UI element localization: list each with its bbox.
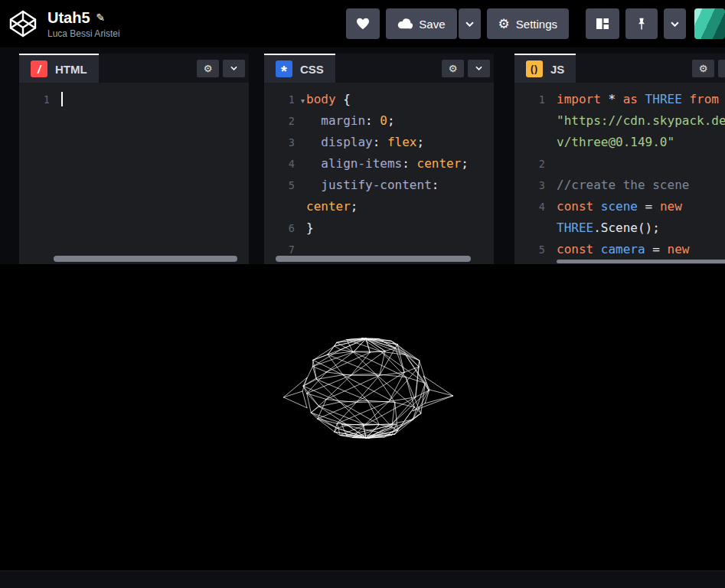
codepen-logo[interactable] bbox=[8, 8, 38, 39]
pin-button[interactable] bbox=[625, 8, 658, 39]
js-collapse-button[interactable] bbox=[718, 60, 725, 77]
js-lang-icon: () bbox=[526, 60, 543, 77]
js-code[interactable]: 1import * as THREE from"https://cdn.skyp… bbox=[514, 83, 725, 264]
html-panel-label: HTML bbox=[55, 63, 87, 76]
like-button[interactable] bbox=[346, 8, 380, 39]
layout-grid-icon bbox=[596, 18, 609, 30]
html-editor-panel: / HTML ⚙ 1 bbox=[19, 54, 249, 264]
css-panel-actions: ⚙ bbox=[442, 54, 494, 83]
css-code[interactable]: 1▾body {2 margin: 0;3 display: flex;4 al… bbox=[264, 83, 494, 264]
change-view-button[interactable] bbox=[586, 8, 619, 39]
footer-bar bbox=[0, 570, 725, 588]
html-panel-header: / HTML ⚙ bbox=[19, 54, 249, 83]
pin-icon bbox=[635, 18, 648, 31]
js-panel-actions: ⚙ bbox=[692, 54, 725, 83]
js-gear-button[interactable]: ⚙ bbox=[692, 60, 714, 77]
avatar[interactable] bbox=[694, 8, 725, 39]
gear-icon: ⚙ bbox=[699, 63, 708, 74]
html-panel-actions: ⚙ bbox=[197, 54, 249, 83]
css-editor-panel: * CSS ⚙ 1▾body {2 margin: 0;3 display: f… bbox=[264, 54, 494, 264]
css-collapse-button[interactable] bbox=[468, 60, 490, 77]
chevron-down-icon bbox=[475, 66, 482, 70]
save-button[interactable]: Save bbox=[386, 8, 456, 39]
edit-pencil-icon[interactable]: ✎ bbox=[96, 11, 106, 24]
css-hscrollbar[interactable] bbox=[276, 256, 471, 262]
gear-icon: ⚙ bbox=[449, 63, 458, 74]
js-editor-panel: () JS ⚙ 1import * as THREE from"https://… bbox=[514, 54, 725, 264]
js-panel-label: JS bbox=[550, 63, 564, 76]
gear-icon: ⚙ bbox=[498, 18, 510, 31]
settings-label: Settings bbox=[516, 18, 557, 31]
tab-css[interactable]: * CSS bbox=[264, 54, 335, 83]
tab-js[interactable]: () JS bbox=[514, 54, 576, 83]
editor-row: / HTML ⚙ 1 * CSS ⚙ bbox=[0, 47, 725, 264]
tab-html[interactable]: / HTML bbox=[19, 54, 99, 83]
preview-pane bbox=[0, 270, 725, 570]
heart-icon bbox=[356, 18, 370, 30]
save-label: Save bbox=[419, 18, 445, 31]
chevron-down-icon bbox=[230, 66, 237, 70]
save-dropdown-button[interactable] bbox=[459, 8, 481, 39]
gear-icon: ⚙ bbox=[204, 63, 213, 74]
html-hscrollbar[interactable] bbox=[54, 256, 237, 262]
save-split-button: Save bbox=[386, 8, 480, 39]
css-panel-label: CSS bbox=[300, 63, 324, 76]
pen-title: Utah5 bbox=[47, 9, 90, 26]
more-dropdown-button[interactable] bbox=[664, 8, 686, 39]
settings-button[interactable]: ⚙ Settings bbox=[487, 8, 569, 39]
html-lang-icon: / bbox=[31, 60, 47, 77]
wireframe-model bbox=[279, 331, 459, 452]
html-gear-button[interactable]: ⚙ bbox=[197, 60, 219, 77]
pen-author[interactable]: Luca Bessi Aristei bbox=[47, 28, 120, 39]
header-bar: Utah5 ✎ Luca Bessi Aristei Save bbox=[0, 0, 725, 47]
header-actions: Save ⚙ Settings bbox=[346, 8, 725, 39]
chevron-down-icon bbox=[671, 21, 679, 27]
html-collapse-button[interactable] bbox=[223, 60, 245, 77]
css-lang-icon: * bbox=[276, 60, 292, 77]
js-hscrollbar[interactable] bbox=[557, 260, 725, 263]
css-panel-header: * CSS ⚙ bbox=[264, 54, 494, 83]
pen-title-block: Utah5 ✎ Luca Bessi Aristei bbox=[47, 9, 120, 39]
cloud-icon bbox=[397, 18, 413, 29]
codepen-cube-icon bbox=[8, 8, 38, 39]
chevron-down-icon bbox=[465, 21, 474, 27]
css-gear-button[interactable]: ⚙ bbox=[442, 60, 464, 77]
js-panel-header: () JS ⚙ bbox=[514, 54, 725, 83]
html-code[interactable]: 1 bbox=[19, 83, 249, 264]
